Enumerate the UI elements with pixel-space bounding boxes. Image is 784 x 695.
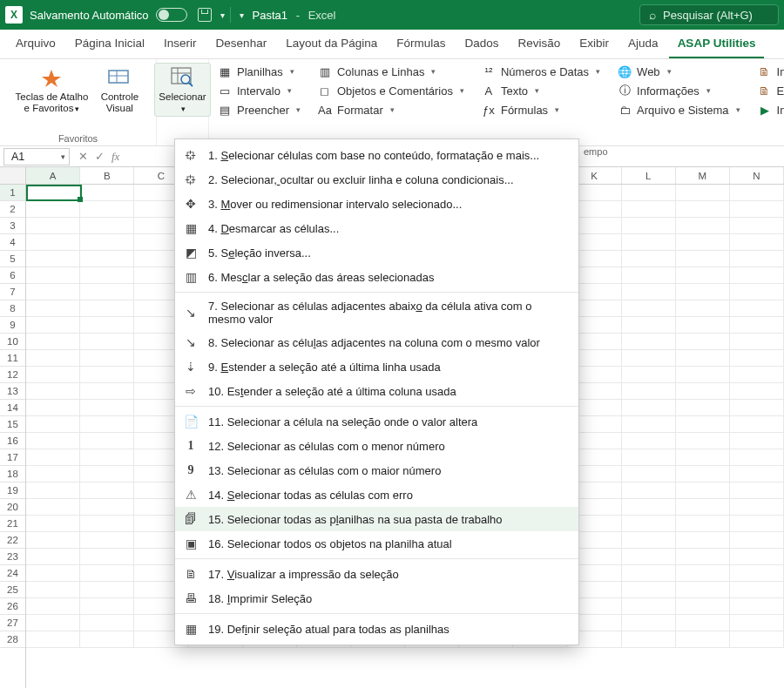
ribbon-inic-button[interactable]: ▶Inic — [754, 101, 784, 118]
cell[interactable] — [26, 499, 80, 516]
ribbon-n-meros-e-datas-button[interactable]: ¹²Números e Datas▾ — [478, 63, 604, 80]
cell[interactable] — [26, 334, 80, 350]
tab-asap-utilities[interactable]: ASAP Utilities — [669, 31, 765, 58]
row-header[interactable]: 28 — [0, 631, 25, 648]
cell[interactable] — [622, 516, 676, 532]
row-header[interactable]: 9 — [0, 317, 25, 334]
ribbon-planilhas-button[interactable]: ▦Planilhas▾ — [214, 63, 304, 80]
cell[interactable] — [622, 317, 676, 334]
cell[interactable] — [730, 565, 784, 582]
save-icon[interactable] — [198, 8, 212, 22]
menu-item[interactable]: ↘8. Selecionar as células adjacentes na … — [175, 330, 578, 354]
row-header[interactable]: 24 — [0, 565, 25, 582]
row-header[interactable]: 27 — [0, 615, 25, 631]
tab-p-gina-inicial[interactable]: Página Inicial — [66, 31, 153, 58]
cell[interactable] — [730, 582, 784, 598]
cell[interactable] — [26, 185, 80, 201]
row-header[interactable]: 4 — [0, 234, 25, 251]
cell[interactable] — [80, 300, 134, 317]
cell[interactable] — [80, 317, 134, 334]
ribbon-arquivo-e-sistema-button[interactable]: 🗀Arquivo e Sistema▾ — [614, 101, 744, 118]
cell[interactable] — [730, 482, 784, 499]
menu-item[interactable]: ✥3. Mover ou redimensionar intervalo sel… — [175, 192, 578, 216]
chevron-down-icon[interactable]: ▾ — [61, 152, 65, 161]
cell[interactable] — [676, 383, 730, 400]
cell[interactable] — [26, 631, 80, 648]
cell[interactable] — [676, 251, 730, 267]
cell[interactable] — [80, 267, 134, 284]
cell[interactable] — [80, 565, 134, 582]
cell[interactable] — [26, 201, 80, 218]
cell[interactable] — [26, 449, 80, 466]
cell[interactable] — [622, 350, 676, 367]
undo-dropdown-icon[interactable]: ▾ — [240, 10, 244, 20]
menu-item[interactable]: ◩5. Seleção inversa... — [175, 240, 578, 265]
row-header[interactable]: 21 — [0, 516, 25, 532]
cell[interactable] — [622, 631, 676, 648]
cell[interactable] — [26, 482, 80, 499]
cell[interactable] — [80, 350, 134, 367]
ribbon-informa-es-button[interactable]: ⓘInformações▾ — [614, 82, 744, 99]
cancel-icon[interactable]: ✕ — [78, 150, 88, 163]
row-header[interactable]: 1 — [0, 185, 25, 201]
ribbon-objetos-e-coment-rios-button[interactable]: ◻Objetos e Comentários▾ — [314, 82, 468, 99]
cell[interactable] — [622, 201, 676, 218]
cell[interactable] — [80, 201, 134, 218]
autosave-toggle[interactable] — [156, 8, 187, 22]
cell[interactable] — [26, 317, 80, 334]
cell[interactable] — [26, 284, 80, 300]
menu-item[interactable]: ↘7. Selecionar as células adjacentes aba… — [175, 295, 578, 330]
cell[interactable] — [26, 466, 80, 482]
cell[interactable] — [676, 499, 730, 516]
cell[interactable] — [730, 201, 784, 218]
cell[interactable] — [730, 300, 784, 317]
cell[interactable] — [676, 234, 730, 251]
cell[interactable] — [26, 218, 80, 234]
cell[interactable] — [622, 499, 676, 516]
tab-layout-da-p-gina[interactable]: Layout da Página — [277, 31, 386, 58]
column-header[interactable]: N — [730, 167, 784, 184]
row-header[interactable]: 14 — [0, 400, 25, 416]
menu-item[interactable]: ⯐2. Selecionar, ocultar ou excluir linha… — [175, 167, 578, 192]
cell[interactable] — [676, 449, 730, 466]
cell[interactable] — [80, 532, 134, 549]
row-header[interactable]: 26 — [0, 598, 25, 615]
cell[interactable] — [622, 267, 676, 284]
cell[interactable] — [26, 350, 80, 367]
cell[interactable] — [622, 416, 676, 433]
visual-control-button[interactable]: ControleVisual — [94, 63, 145, 117]
cell[interactable] — [80, 400, 134, 416]
cell[interactable] — [676, 466, 730, 482]
cell[interactable] — [80, 234, 134, 251]
row-header[interactable]: 18 — [0, 466, 25, 482]
cell[interactable] — [676, 598, 730, 615]
cell[interactable] — [730, 449, 784, 466]
cell[interactable] — [730, 499, 784, 516]
enter-icon[interactable]: ✓ — [95, 150, 105, 163]
ribbon-colunas-e-linhas-button[interactable]: ▥Colunas e Linhas▾ — [314, 63, 468, 80]
cell[interactable] — [80, 383, 134, 400]
cell[interactable] — [80, 582, 134, 598]
select-button[interactable]: Selecionar▾ — [154, 63, 210, 117]
cell[interactable] — [676, 334, 730, 350]
cell[interactable] — [26, 582, 80, 598]
cell[interactable] — [622, 433, 676, 449]
cell[interactable] — [730, 234, 784, 251]
cell[interactable] — [622, 582, 676, 598]
cell[interactable] — [730, 466, 784, 482]
cell[interactable] — [676, 267, 730, 284]
cell[interactable] — [622, 549, 676, 565]
row-header[interactable]: 2 — [0, 201, 25, 218]
cell[interactable] — [676, 350, 730, 367]
menu-item[interactable]: 🗐15. Selecionar todas as planilhas na su… — [175, 507, 578, 531]
ribbon-exp-button[interactable]: 🗎Exp — [754, 82, 784, 99]
cell[interactable] — [676, 532, 730, 549]
cell[interactable] — [730, 251, 784, 267]
ribbon-f-rmulas-button[interactable]: ƒxFórmulas▾ — [478, 101, 604, 118]
cell[interactable] — [622, 383, 676, 400]
cell[interactable] — [676, 631, 730, 648]
row-header[interactable]: 25 — [0, 582, 25, 598]
cell[interactable] — [26, 367, 80, 383]
cell[interactable] — [730, 185, 784, 201]
cell[interactable] — [730, 383, 784, 400]
